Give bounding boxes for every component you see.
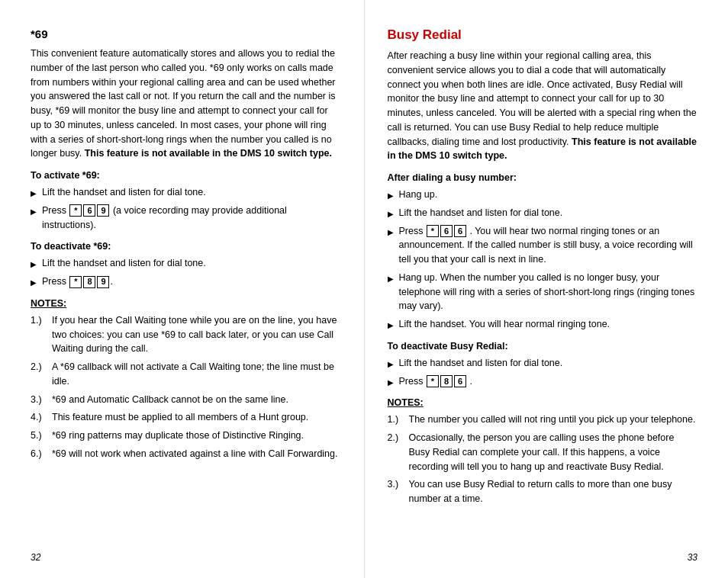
key-8b: 8 — [440, 375, 453, 387]
after-dial-step-2: Lift the handset and listen for dial ton… — [388, 206, 698, 220]
bullet-arrow-icon — [388, 376, 394, 389]
left-notes-heading: NOTES: — [31, 298, 341, 309]
key-6c: 6 — [454, 375, 466, 387]
key-6b: 6 — [454, 225, 466, 237]
left-note-2: 2.) A *69 callback will not activate a C… — [31, 360, 341, 389]
after-dialing-heading: After dialing a busy number: — [388, 172, 698, 183]
after-dialing-steps-list: Hang up. Lift the handset and listen for… — [388, 188, 698, 332]
right-note-2: 2.) Occasionally, the person you are cal… — [388, 431, 698, 474]
key-8: 8 — [83, 276, 95, 288]
key-star3: * — [427, 225, 439, 237]
activate-step-1: Lift the handset and listen for dial ton… — [31, 185, 341, 200]
activate-steps-list: Lift the handset and listen for dial ton… — [31, 185, 341, 232]
page-number-right: 33 — [688, 552, 697, 563]
bullet-arrow-icon — [388, 207, 394, 220]
bullet-arrow-icon — [31, 205, 37, 218]
after-dial-step-3: Press *66 . You will hear two normal rin… — [388, 224, 698, 267]
right-intro: After reaching a busy line within your r… — [388, 49, 698, 163]
after-dial-step-4: Hang up. When the number you called is n… — [388, 271, 698, 313]
key-star4: * — [427, 375, 439, 387]
left-title: *69 — [31, 27, 341, 40]
page-right: Busy Redial After reaching a busy line w… — [365, 0, 729, 578]
left-note-6: 6.) *69 will not work when activated aga… — [31, 447, 341, 461]
after-dial-step-1: Hang up. — [388, 188, 698, 202]
left-note-5: 5.) *69 ring patterns may duplicate thos… — [31, 429, 341, 443]
activate-step-2: Press *69 (a voice recording may provide… — [31, 204, 341, 233]
bullet-arrow-icon — [388, 189, 394, 202]
deactivate-heading-left: To deactivate *69: — [31, 241, 341, 252]
right-note-3: 3.) You can use Busy Redial to return ca… — [388, 477, 698, 506]
bullet-arrow-icon — [31, 187, 37, 200]
right-notes-heading: NOTES: — [388, 397, 698, 408]
bullet-arrow-icon — [388, 319, 394, 332]
left-note-4: 4.) This feature must be applied to all … — [31, 410, 341, 425]
key-9b: 9 — [97, 276, 109, 288]
deactivate-step-1: Lift the handset and listen for dial ton… — [31, 256, 341, 271]
deactivate-steps-list-right: Lift the handset and listen for dial ton… — [388, 356, 698, 389]
key-6a: 6 — [440, 225, 453, 237]
key-6: 6 — [83, 204, 95, 217]
left-note-3: 3.) *69 and Automatic Callback cannot be… — [31, 393, 341, 407]
bullet-arrow-icon — [388, 272, 394, 285]
key-9: 9 — [97, 204, 109, 217]
key-star: * — [69, 204, 82, 217]
right-title: Busy Redial — [388, 27, 698, 43]
page-number-left: 32 — [31, 552, 40, 563]
deactivate-right-step-2: Press *86 . — [388, 374, 698, 389]
right-notes-list: 1.) The number you called will not ring … — [388, 413, 698, 506]
bullet-arrow-icon — [31, 276, 37, 289]
left-notes-list: 1.) If you hear the Call Waiting tone wh… — [31, 313, 341, 461]
bullet-arrow-icon — [388, 226, 394, 239]
bullet-arrow-icon — [388, 358, 394, 371]
key-star2: * — [69, 276, 82, 288]
deactivate-step-2: Press *89. — [31, 275, 341, 289]
left-intro: This convenient feature automatically st… — [31, 47, 341, 161]
deactivate-right-step-1: Lift the handset and listen for dial ton… — [388, 356, 698, 371]
left-note-1: 1.) If you hear the Call Waiting tone wh… — [31, 313, 341, 356]
right-note-1: 1.) The number you called will not ring … — [388, 413, 698, 427]
activate-heading: To activate *69: — [31, 170, 341, 181]
deactivate-steps-list-left: Lift the handset and listen for dial ton… — [31, 256, 341, 289]
page-left: *69 This convenient feature automaticall… — [0, 0, 365, 578]
bullet-arrow-icon — [31, 258, 37, 271]
deactivate-heading-right: To deactivate Busy Redial: — [388, 341, 698, 352]
after-dial-step-5: Lift the handset. You will hear normal r… — [388, 317, 698, 332]
